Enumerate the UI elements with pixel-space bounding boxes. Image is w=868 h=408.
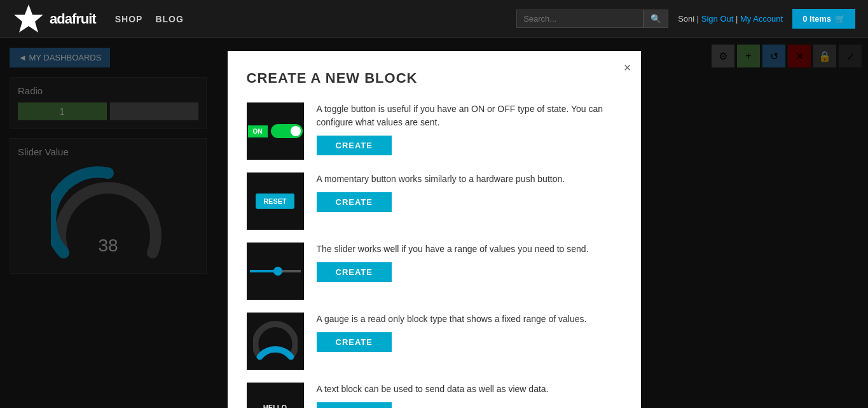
block-item-momentary: RESET A momentary button works similarly… (247, 172, 622, 230)
block-item-slider: The slider works well if you have a rang… (247, 243, 622, 300)
toggle-preview: ON (247, 102, 304, 160)
slider-preview-container (247, 243, 304, 300)
modal: CREATE A NEW BLOCK × ON A toggle button … (228, 51, 641, 408)
nav-bar: SHOP BLOG (115, 14, 184, 24)
logo-text: adafruit (50, 11, 96, 27)
momentary-button-visual: RESET (256, 193, 294, 209)
user-info: Soni | Sign Out | My Account (678, 14, 783, 24)
slider-visual (250, 265, 301, 278)
text-info: A text block can be used to send data as… (317, 383, 622, 408)
block-item-toggle: ON A toggle button is useful if you have… (247, 102, 622, 160)
text-block-visual: HELLO WORLD! (250, 397, 301, 408)
logo-icon (13, 3, 45, 35)
main-area: ◄ MY DASHBOARDS Radio 1 Slider Value 38 (0, 38, 868, 408)
toggle-thumb (291, 126, 301, 136)
gauge-create-button[interactable]: CREATE (317, 332, 392, 352)
my-account-link[interactable]: My Account (740, 14, 783, 24)
momentary-info: A momentary button works similarly to a … (317, 172, 622, 212)
cart-label: 0 Items (803, 14, 831, 24)
gauge-desc: A gauge is a read only block type that s… (317, 313, 622, 326)
sign-out-link[interactable]: Sign Out (701, 14, 734, 24)
header: adafruit SHOP BLOG 🔍 Soni | Sign Out | M… (0, 0, 868, 38)
gauge-preview-svg (253, 319, 298, 363)
search-box: 🔍 (516, 10, 668, 28)
username: Soni (678, 14, 694, 24)
slider-thumb-visual (273, 267, 282, 276)
gauge-info: A gauge is a read only block type that s… (317, 313, 622, 352)
search-button[interactable]: 🔍 (644, 10, 668, 28)
nav-blog[interactable]: BLOG (155, 14, 183, 24)
momentary-create-button[interactable]: CREATE (317, 192, 392, 212)
slider-info: The slider works well if you have a rang… (317, 243, 622, 282)
cart-button[interactable]: 0 Items 🛒 (792, 9, 855, 29)
modal-title: CREATE A NEW BLOCK (247, 70, 622, 87)
gauge-preview-container (247, 313, 304, 370)
modal-close-button[interactable]: × (624, 60, 631, 75)
toggle-visual: ON (248, 124, 303, 138)
logo-area: adafruit (13, 3, 96, 35)
block-item-gauge: A gauge is a read only block type that s… (247, 313, 622, 370)
nav-shop[interactable]: SHOP (115, 14, 143, 24)
svg-marker-0 (14, 4, 43, 32)
block-item-text: HELLO WORLD! A text block can be used to… (247, 383, 622, 408)
toggle-create-button[interactable]: CREATE (317, 136, 392, 155)
modal-overlay: CREATE A NEW BLOCK × ON A toggle button … (0, 38, 868, 408)
search-input[interactable] (516, 10, 644, 28)
momentary-desc: A momentary button works similarly to a … (317, 172, 622, 186)
text-desc: A text block can be used to send data as… (317, 383, 622, 396)
toggle-desc: A toggle button is useful if you have an… (317, 102, 622, 129)
cart-icon: 🛒 (835, 14, 845, 24)
slider-desc: The slider works well if you have a rang… (317, 243, 622, 256)
slider-create-button[interactable]: CREATE (317, 262, 392, 282)
text-create-button[interactable]: CREATE (317, 402, 392, 408)
toggle-track (271, 124, 303, 138)
header-right: 🔍 Soni | Sign Out | My Account 0 Items 🛒 (516, 9, 855, 29)
toggle-info: A toggle button is useful if you have an… (317, 102, 622, 155)
toggle-on-label: ON (248, 125, 268, 137)
momentary-preview: RESET (247, 172, 304, 230)
text-preview-container: HELLO WORLD! (247, 383, 304, 408)
